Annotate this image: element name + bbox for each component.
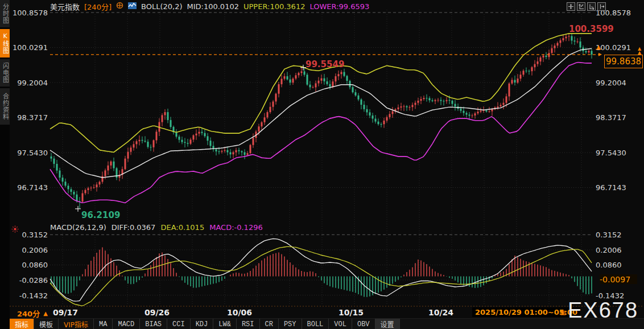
crosshair-pan-icon[interactable] bbox=[567, 2, 575, 11]
macd-dea-value: DEA:0.1015 bbox=[160, 223, 204, 232]
annotation-period-high: 100.3599 bbox=[569, 24, 614, 34]
axis-edge-arrows-icon: ▲▲ bbox=[638, 47, 641, 55]
toolbar-item-14[interactable]: VOL bbox=[329, 319, 352, 329]
window-tool-icons bbox=[567, 2, 606, 11]
svg-text:99.2004: 99.2004 bbox=[596, 79, 626, 87]
axis-zoom-x-icon[interactable] bbox=[587, 2, 596, 11]
toolbar-item-2[interactable]: 模板 bbox=[34, 319, 59, 329]
svg-text:97.5430: 97.5430 bbox=[17, 149, 48, 157]
chart-header: 美元指数 [240分] BOLL(20,2) MID:100.0102 UPPE… bbox=[50, 2, 369, 11]
sidebar-tab-3[interactable]: 闪电图 bbox=[0, 59, 10, 87]
svg-text:0.2006: 0.2006 bbox=[596, 246, 622, 254]
boll-mid-value: MID:100.0102 bbox=[187, 2, 238, 11]
svg-text:0.2006: 0.2006 bbox=[22, 246, 48, 254]
toolbar-item-16[interactable]: 设置 bbox=[375, 319, 400, 329]
svg-text:-0.0286: -0.0286 bbox=[19, 276, 48, 285]
boll-upper-value: UPPER:100.3612 bbox=[243, 2, 305, 11]
svg-text:100.0291: 100.0291 bbox=[13, 43, 48, 52]
timeframe-up-arrow-icon: ▲ bbox=[43, 310, 48, 316]
svg-text:0.0860: 0.0860 bbox=[22, 261, 48, 269]
svg-text:97.5430: 97.5430 bbox=[596, 149, 626, 157]
axis-zoom-y-icon[interactable] bbox=[577, 2, 585, 11]
period-label: [240分] bbox=[84, 1, 112, 12]
svg-text:96.7143: 96.7143 bbox=[596, 183, 626, 192]
toolbar-item-5[interactable]: MACD bbox=[113, 319, 140, 329]
toolbar-item-4[interactable]: MA bbox=[94, 319, 113, 329]
chart-canvas[interactable]: 100.8578100.8578100.0291100.029199.20049… bbox=[0, 0, 644, 329]
price-flag-icon: ▲ bbox=[596, 45, 601, 50]
svg-text:0.3152: 0.3152 bbox=[596, 231, 622, 239]
target-icon[interactable] bbox=[116, 2, 123, 11]
svg-text:-0.1432: -0.1432 bbox=[19, 291, 48, 300]
macd-header: MACD(26,12,9) DIFF:0.0367 DEA:0.1015 MAC… bbox=[50, 223, 263, 232]
svg-text:09/17: 09/17 bbox=[53, 308, 78, 317]
toolbar-item-13[interactable]: BOLL bbox=[302, 319, 329, 329]
symbol-name: 美元指数 bbox=[50, 1, 80, 12]
svg-text:10/15: 10/15 bbox=[338, 308, 364, 317]
chart-type-icon[interactable] bbox=[128, 2, 137, 11]
toolbar-item-11[interactable]: CR bbox=[260, 319, 279, 329]
toolbar-item-8[interactable]: KDJ bbox=[191, 319, 214, 329]
toolbar-item-15[interactable]: OBV bbox=[352, 319, 375, 329]
sidebar-tab-2[interactable]: K线图 bbox=[0, 29, 10, 57]
sidebar-tab-4[interactable]: 合约资料 bbox=[0, 88, 10, 125]
sidebar-tab-1[interactable]: 分时图 bbox=[0, 0, 10, 27]
toolbar-item-7[interactable]: CCI bbox=[167, 319, 191, 329]
brand-watermark: EX678 bbox=[568, 298, 638, 323]
svg-text:10/06: 10/06 bbox=[227, 308, 252, 317]
alert-sun-icon[interactable] bbox=[11, 224, 19, 235]
timeframe-label: 240分 bbox=[17, 308, 40, 319]
macd-diff-value: DIFF:0.0367 bbox=[112, 223, 156, 232]
left-sidebar: 分时图K线图闪电图合约资料 bbox=[0, 0, 10, 329]
toolbar-item-12[interactable]: PSY bbox=[279, 319, 302, 329]
boll-label: BOLL(20,2) bbox=[141, 2, 183, 11]
annotation-period-low: 96.2109 bbox=[81, 210, 120, 220]
toolbar-item-10[interactable]: RSI bbox=[237, 319, 260, 329]
annotation-swing-high: 99.5549 bbox=[306, 59, 344, 69]
collapse-panel-icon[interactable] bbox=[597, 2, 606, 11]
menu-icon[interactable]: ≡ bbox=[560, 308, 567, 317]
svg-text:0.3152: 0.3152 bbox=[22, 231, 48, 239]
svg-text:98.3717: 98.3717 bbox=[596, 113, 626, 122]
toolbar-item-6[interactable]: BIAS bbox=[140, 319, 167, 329]
boll-lower-value: LOWER:99.6593 bbox=[309, 2, 369, 11]
svg-text:10/24: 10/24 bbox=[428, 308, 453, 317]
toolbar-item-1[interactable]: 指标 bbox=[10, 319, 34, 329]
svg-text:0.0860: 0.0860 bbox=[596, 261, 622, 269]
app-window: 100.8578100.8578100.0291100.029199.20049… bbox=[0, 0, 644, 329]
macd-value-badge: -0.0097 bbox=[600, 274, 637, 284]
svg-text:98.3717: 98.3717 bbox=[17, 113, 48, 122]
svg-text:100.8578: 100.8578 bbox=[13, 9, 48, 17]
timeframe-indicator[interactable]: 240分 ▲ bbox=[17, 308, 48, 319]
last-price-badge: 99.8638 bbox=[604, 55, 643, 68]
indicator-toolbar: 指标模板VIP指标MAMACDBIASCCIKDJLW&RSICRPSYBOLL… bbox=[10, 318, 644, 329]
macd-name: MACD(26,12,9) bbox=[50, 223, 106, 232]
svg-text:99.2004: 99.2004 bbox=[17, 79, 48, 87]
toolbar-item-3[interactable]: VIP指标 bbox=[59, 319, 94, 329]
svg-text:09/26: 09/26 bbox=[145, 308, 170, 317]
toolbar-item-9[interactable]: LW& bbox=[213, 319, 237, 329]
macd-hist-value: MACD:-0.1296 bbox=[209, 223, 263, 232]
svg-text:96.7143: 96.7143 bbox=[17, 183, 48, 192]
